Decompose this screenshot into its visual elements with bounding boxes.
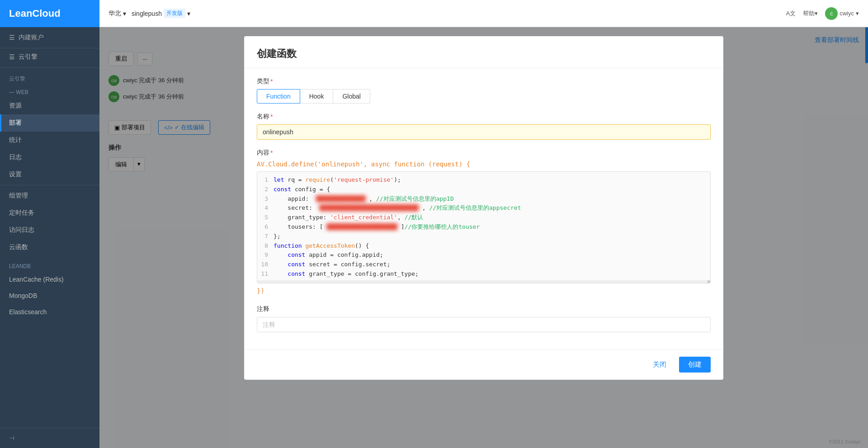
type-btn-global[interactable]: Global [333,89,370,104]
settings-label: 设置 [9,170,22,179]
name-input[interactable] [257,124,711,140]
user-avatar: c [825,7,838,20]
modal-body: 类型* Function Hook Global 名称* [244,68,723,349]
type-btn-function[interactable]: Function [257,89,300,104]
stats-label: 统计 [9,136,22,144]
code-line-2: 2 const config = { [257,185,710,194]
topbar-right: A文 帮助▾ c cwiyc ▾ [786,7,859,20]
account-label: 内建账户 [19,33,44,42]
cloud-fn-label: 云函数 [9,243,28,251]
groups-label: 组管理 [9,192,28,200]
type-buttons: Function Hook Global [257,89,711,104]
content-required: * [270,149,273,156]
code-line-1: 1 let rq = require('request-promise'); [257,175,710,185]
sidebar-item-engine[interactable]: ☰ 云引擎 [0,48,99,66]
name-required: * [270,113,273,120]
cancel-btn[interactable]: 关闭 [646,357,674,373]
sidebar-item-groups[interactable]: 组管理 [0,187,99,204]
code-line-9: 9 const appid = config.appid; [257,250,710,260]
sidebar-item-cloud-fn[interactable]: 云函数 [0,239,99,256]
leancache-label: LeanCache (Redis) [9,276,64,283]
sidebar-item-settings[interactable]: 设置 [0,166,99,183]
name-label: 名称* [257,113,711,121]
sidebar-item-logs[interactable]: 日志 [0,149,99,166]
code-line-11: 11 const grant_type = config.grant_type; [257,269,710,279]
code-line-6: 6 tousers: ['████████████████████']//你要推… [257,222,710,232]
main-area: 华北 ▾ singlepush 开发版 ▾ A文 帮助▾ c cwiyc ▾ 查… [99,0,868,448]
code-line-8: 8 function getAccessToken() { [257,241,710,251]
name-form-group: 名称* [257,113,711,140]
comment-input[interactable] [257,317,711,332]
code-line-3: 3 appid: '██████████████', //对应测试号信息里的ap… [257,194,710,204]
topbar-user-btn[interactable]: c cwiyc ▾ [825,7,859,20]
sidebar-item-leancache[interactable]: LeanCache (Redis) [0,271,99,288]
access-log-label: 访问日志 [9,226,34,234]
sidebar-engine-section: 云引擎 [0,70,99,85]
sidebar-collapse-btn[interactable]: ⊣ [0,428,99,448]
code-scroll-thumb [708,280,710,283]
code-preview-line: AV.Cloud.define('onlinepush', async func… [257,160,711,168]
sidebar: LeanCloud ☰ 内建账户 ☰ 云引擎 云引擎 — WEB 资源 部署 统… [0,0,99,448]
logs-label: 日志 [9,153,22,161]
content-form-group: 内容* AV.Cloud.define('onlinepush', async … [257,149,711,296]
user-name: cwiyc [840,10,854,17]
code-lines: 1 let rq = require('request-promise'); 2… [257,172,710,280]
code-scrollbar [257,280,710,283]
code-line-5: 5 grant_type: 'client_credential', //默认 [257,213,710,222]
help-chevron: ▾ [815,10,818,17]
env-badge: 开发版 [164,9,185,18]
sidebar-item-deploy[interactable]: 部署 [0,114,99,132]
code-bottom-text: }) [257,283,711,296]
content-label: 内容* [257,149,711,157]
resources-label: 资源 [9,102,22,110]
sidebar-item-elasticsearch[interactable]: Elasticsearch [0,304,99,320]
sidebar-item-resources[interactable]: 资源 [0,97,99,114]
code-editor[interactable]: 1 let rq = require('request-promise'); 2… [257,171,711,283]
sidebar-item-access-log[interactable]: 访问日志 [0,222,99,239]
modal-title: 创建函数 [257,47,711,61]
code-line-10: 10 const secret = config.secret; [257,260,710,269]
mongodb-label: MongoDB [9,292,37,299]
scheduled-label: 定时任务 [9,209,34,217]
topbar-region[interactable]: 华北 ▾ [108,9,126,18]
topbar-app[interactable]: singlepush 开发版 ▾ [132,9,190,18]
region-chevron: ▾ [123,10,126,17]
deploy-label: 部署 [9,119,22,127]
comment-label: 注释 [257,305,711,313]
account-icon: ☰ [9,34,15,41]
modal-header: 创建函数 [244,36,723,68]
sidebar-item-mongodb[interactable]: MongoDB [0,288,99,304]
create-function-modal: 创建函数 类型* Function Hook Global [244,36,723,380]
modal-footer: 关闭 创建 [244,349,723,380]
modal-overlay: 创建函数 类型* Function Hook Global [99,27,868,448]
create-btn[interactable]: 创建 [679,357,711,373]
type-required: * [270,78,273,85]
code-line-7: 7 }; [257,232,710,241]
topbar-lang-btn[interactable]: A文 [786,9,796,18]
engine-icon: ☰ [9,53,15,61]
code-line-4: 4 secret: '████████████████████████████'… [257,203,710,213]
region-label: 华北 [108,9,121,18]
app-chevron: ▾ [187,10,190,17]
elasticsearch-label: Elasticsearch [9,308,47,316]
type-form-group: 类型* Function Hook Global [257,77,711,104]
content-area: 查看部署时间线 重启 ··· cw cwiyc 完成于 36 分钟前 cw cw… [99,27,868,448]
sidebar-item-scheduled[interactable]: 定时任务 [0,204,99,222]
topbar-help-btn[interactable]: 帮助▾ [803,9,818,18]
user-chevron: ▾ [856,10,859,17]
type-label: 类型* [257,77,711,85]
sidebar-engine-label: 云引擎 [19,53,38,61]
comment-form-group: 注释 [257,305,711,332]
type-btn-hook[interactable]: Hook [300,89,334,104]
logo: LeanCloud [0,0,99,27]
sidebar-leandb-section: LEANDB [0,259,99,271]
topbar: 华北 ▾ singlepush 开发版 ▾ A文 帮助▾ c cwiyc ▾ [99,0,868,27]
sidebar-account[interactable]: ☰ 内建账户 [0,27,99,48]
sidebar-web-group: — WEB [0,85,99,97]
app-name: singlepush [132,10,162,17]
sidebar-item-stats[interactable]: 统计 [0,132,99,149]
